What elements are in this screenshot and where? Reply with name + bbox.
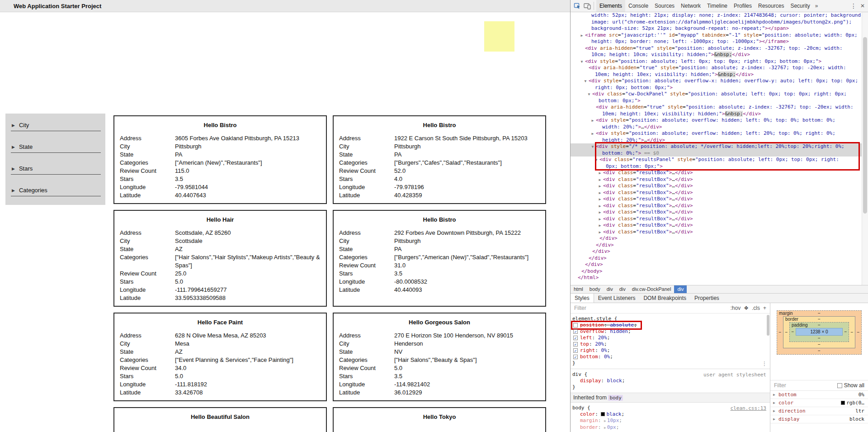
elements-scrollbar-thum b[interactable]	[863, 37, 867, 214]
expand-arrow-icon[interactable]: ▶	[773, 393, 775, 397]
code-line[interactable]: 0px; bottom: 0px;">	[571, 163, 868, 170]
breadcrumb-div[interactable]: div	[674, 285, 687, 293]
collapse-arrow-icon[interactable]: ▼	[583, 79, 588, 83]
code-line[interactable]: ▶<div style="position: absolute; overflo…	[571, 130, 868, 137]
code-line[interactable]: background-size: 52px 21px; background-r…	[571, 25, 868, 32]
code-line[interactable]: ▼<div style="position: absolute; overflo…	[571, 78, 868, 85]
code-line[interactable]: </div>	[571, 235, 868, 242]
pseudo-state-toggle[interactable]: :hov	[731, 305, 741, 311]
breadcrumb-div-cw-dockpanel[interactable]: div.cw-DockPanel	[629, 285, 675, 293]
code-line[interactable]: ▼<div class="cw-DockPanel" style="positi…	[571, 91, 868, 98]
expand-arrow-icon[interactable]: ▶	[580, 33, 584, 38]
code-line[interactable]: </div>	[571, 242, 868, 249]
code-line[interactable]: width: 20%;">…</div>	[571, 124, 868, 131]
code-line[interactable]: 10cm; height: 10cm; visibility: hidden;"…	[571, 52, 868, 58]
rule-selector[interactable]: element.style {	[572, 316, 768, 322]
styles-scrollbar-thumb[interactable]	[767, 315, 769, 336]
code-line[interactable]: bottom: 0px;">	[571, 98, 868, 104]
breadcrumb-html[interactable]: html	[571, 285, 586, 293]
code-line[interactable]: height: 20%;">…</div>	[571, 137, 868, 144]
code-line[interactable]: </body>	[571, 268, 868, 275]
elements-scrollbar[interactable]	[862, 12, 868, 285]
expand-arrow-icon[interactable]: ▶	[598, 204, 602, 208]
sidebar-tab-event-listeners[interactable]: Event Listeners	[594, 294, 640, 303]
tab-elements[interactable]: Elements	[596, 0, 625, 12]
expand-arrow-icon[interactable]: ▶	[590, 132, 595, 136]
style-property[interactable]: ✔right: 0%;	[572, 347, 768, 354]
computed-property-row[interactable]: ▶bottom0%	[770, 391, 868, 399]
style-property[interactable]: margin: ▶10px;	[572, 418, 768, 424]
code-line[interactable]: ▶<div class="resultBox">…</div>	[571, 229, 868, 236]
devtools-menu-icon[interactable]: ⋮	[850, 2, 857, 9]
property-checkbox[interactable]: ✔	[573, 329, 578, 334]
code-line[interactable]: <div aria-hidden="true" style="position:…	[571, 104, 868, 111]
code-line[interactable]: ▶<div class="resultBox">…</div>	[571, 190, 868, 196]
expand-arrow-icon[interactable]: ▶	[598, 197, 602, 201]
filter-item-categories[interactable]: ▶Categories	[11, 175, 101, 196]
code-line[interactable]: </html>	[571, 275, 868, 281]
code-line[interactable]: ▶<div style="position: absolute; overflo…	[571, 117, 868, 124]
code-line[interactable]: ▼<div style="position: absolute; left: 0…	[571, 58, 868, 65]
collapse-arrow-icon[interactable]: ▼	[594, 158, 599, 162]
class-toggle[interactable]: .cls	[752, 305, 760, 311]
code-line[interactable]: ▶<div class="resultBox">…</div>	[571, 203, 868, 209]
code-line[interactable]: ▶<div class="resultBox">…</div>	[571, 183, 868, 190]
filter-item-stars[interactable]: ▶Stars	[11, 153, 101, 175]
expand-arrow-icon[interactable]: ▶	[773, 409, 775, 413]
code-line[interactable]: 10em; height: 10ex; visibility: hidden;"…	[571, 71, 868, 78]
tab-console[interactable]: Console	[625, 0, 651, 12]
tab-resources[interactable]: Resources	[755, 0, 787, 12]
tab-profiles[interactable]: Profiles	[731, 0, 755, 12]
code-line[interactable]: </div>	[571, 248, 868, 255]
device-toolbar-icon[interactable]	[582, 1, 592, 11]
inherited-node-link[interactable]: body	[608, 395, 623, 401]
padding-box[interactable]: padding − − 1238 × 0 −	[789, 322, 849, 342]
code-line[interactable]: bottom: 0%;"> == $0	[571, 150, 868, 157]
inspect-element-icon[interactable]	[572, 1, 582, 11]
code-line[interactable]: <div aria-hidden="true" style="position:…	[571, 65, 868, 71]
expand-arrow-icon[interactable]: ▶	[590, 119, 595, 123]
show-all-checkbox[interactable]	[837, 383, 842, 388]
style-property[interactable]: ✔left: 20%;	[572, 335, 768, 341]
collapse-arrow-icon[interactable]: ▼	[590, 145, 595, 149]
tab-network[interactable]: Network	[678, 0, 704, 12]
filter-item-city[interactable]: ▶City	[11, 114, 101, 131]
style-property[interactable]: border: ▶0px;	[572, 424, 768, 431]
content-box[interactable]: 1238 × 0	[796, 328, 843, 336]
style-property[interactable]: ✔bottom: 0%;	[572, 354, 768, 360]
collapse-arrow-icon[interactable]: ▼	[587, 92, 591, 96]
expand-arrow-icon[interactable]: ▶	[598, 210, 602, 214]
style-property[interactable]: ✔top: 20%;	[572, 341, 768, 347]
property-checkbox[interactable]: ✔	[573, 355, 578, 359]
breadcrumb-div[interactable]: div	[604, 285, 616, 293]
expand-arrow-icon[interactable]: ▶	[773, 417, 775, 421]
shorthand-expand-icon[interactable]: ▶	[604, 426, 606, 430]
code-line[interactable]: <div aria-hidden="true" style="position:…	[571, 45, 868, 52]
style-property[interactable]: display: block;	[572, 378, 768, 384]
expand-arrow-icon[interactable]: ▶	[598, 230, 602, 234]
code-line[interactable]: height: 0px; border: none; left: -1000px…	[571, 38, 868, 45]
computed-property-row[interactable]: ▶directionltr	[770, 407, 868, 415]
expand-arrow-icon[interactable]: ▶	[598, 184, 602, 188]
expand-arrow-icon[interactable]: ▶	[598, 223, 602, 228]
tab-security[interactable]: Security	[787, 0, 813, 12]
computed-property-row[interactable]: ▶displayblock	[770, 415, 868, 423]
code-line[interactable]: image: url("chrome-extension://dafalpmmo…	[571, 19, 868, 26]
style-property[interactable]: ✔overflow: hidden;	[572, 328, 768, 335]
border-box[interactable]: border − − padding − −	[783, 316, 855, 348]
tab-sources[interactable]: Sources	[651, 0, 678, 12]
property-checkbox[interactable]: ✔	[573, 348, 578, 353]
expand-arrow-icon[interactable]: ▶	[598, 191, 602, 195]
code-line[interactable]: ▼<div style="/* position: absolute; */ov…	[571, 143, 868, 150]
expand-arrow-icon[interactable]: ▶	[773, 401, 775, 405]
element-state-icon[interactable]: ❖	[744, 305, 749, 311]
property-checkbox[interactable]	[573, 323, 578, 328]
code-line[interactable]: ▶<div class="resultBox">…</div>	[571, 170, 868, 176]
code-line[interactable]: ▶<div class="resultBox">…</div>	[571, 216, 868, 223]
style-property[interactable]: color: black;	[572, 411, 768, 418]
expand-arrow-icon[interactable]: ▶	[598, 217, 602, 221]
styles-filter-input[interactable]: Filter	[574, 305, 586, 311]
code-line[interactable]: 10em; height: 10ex; visibility: hidden;"…	[571, 111, 868, 118]
sidebar-tab-properties[interactable]: Properties	[690, 294, 723, 303]
sidebar-tab-dom-breakpoints[interactable]: DOM Breakpoints	[639, 294, 690, 303]
